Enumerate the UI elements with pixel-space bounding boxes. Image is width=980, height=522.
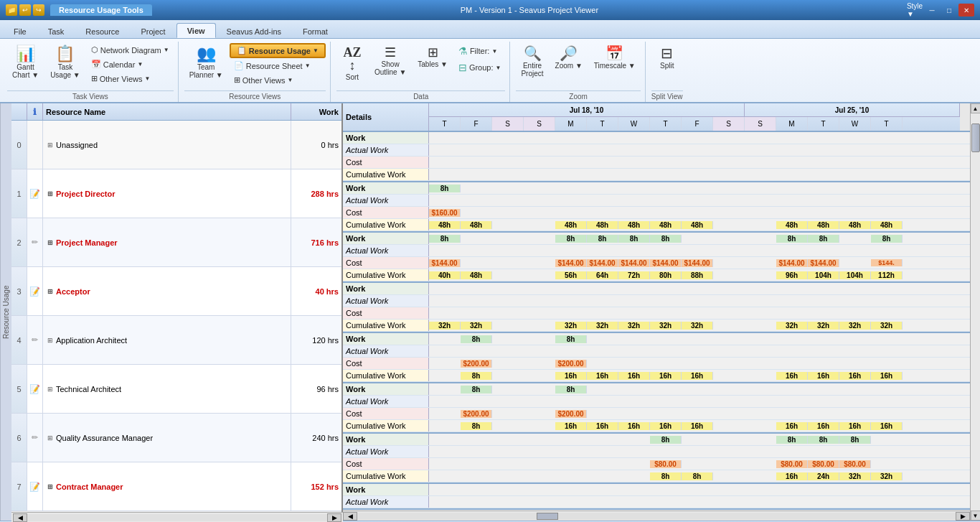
row-name-3[interactable]: ⊞ Acceptor: [43, 267, 291, 315]
gantt-chart-icon: 📊: [16, 46, 35, 62]
ribbon-group-task-views: 📊 GanttChart ▼ 📋 TaskUsage ▼ ⬡ Network D…: [3, 42, 179, 102]
tables-button[interactable]: ⊞ Tables ▼: [413, 43, 453, 71]
show-outline-icon: ☰: [385, 46, 396, 59]
row-work-4: 120 hrs: [291, 316, 341, 364]
tab-resource[interactable]: Resource: [75, 24, 130, 38]
row-name-2[interactable]: ⊞ Project Manager: [43, 218, 291, 266]
resource-views-label: Resource Views: [184, 90, 326, 102]
calendar-button[interactable]: 📅 Calendar ▼: [87, 57, 174, 71]
row-info-1: 📝: [27, 169, 43, 218]
resource-views-col: 📋 Resource Usage ▼ 📄 Resource Sheet ▼ ⊞ …: [230, 43, 326, 87]
detail-row-cost-1: Cost $160.00: [343, 207, 970, 219]
details-grid[interactable]: Work Actual Work Cost: [343, 132, 970, 511]
col-header-id: [11, 103, 27, 120]
detail-resource-5: Work 8h8h Actual Work Cost $200.00$200.0…: [343, 383, 970, 434]
task-views-label: Task Views: [7, 90, 174, 102]
resource-sheet-button[interactable]: 📄 Resource Sheet ▼: [230, 59, 326, 73]
scroll-down-arrow[interactable]: ▼: [971, 511, 981, 521]
tab-file[interactable]: File: [3, 24, 37, 38]
row-name-5[interactable]: ⊞ Technical Architect: [43, 365, 291, 413]
resource-usage-button[interactable]: 📋 Resource Usage ▼: [230, 43, 326, 58]
row-name-7[interactable]: ⊞ Contract Manager: [43, 462, 291, 511]
detail-row-work: Work: [343, 132, 970, 144]
scroll-right-button[interactable]: ▶: [327, 513, 341, 521]
tab-task[interactable]: Task: [37, 24, 75, 38]
details-pane: Details Jul 18, '10 Jul 25, '10 T F S S …: [343, 103, 970, 521]
tab-format[interactable]: Format: [292, 24, 339, 38]
detail-row-cumulative: Cumulative Work: [343, 169, 970, 181]
tab-seavus[interactable]: Seavus Add-ins: [216, 24, 292, 38]
entire-project-button[interactable]: 🔍 EntireProject: [516, 43, 548, 80]
row-id-3: 3: [11, 267, 27, 315]
scroll-left-button[interactable]: ◀: [13, 513, 27, 521]
entire-project-icon: 🔍: [524, 46, 542, 60]
day-header-t1: T: [429, 117, 461, 131]
details-h-scrollbar[interactable]: ◀ ▶: [343, 511, 970, 521]
vertical-scrollbar[interactable]: ▲ ▼: [970, 103, 980, 521]
row-info-7: 📝: [27, 462, 43, 511]
row-info-3: 📝: [27, 267, 43, 315]
ribbon-group-data: AZ↕ Sort ☰ ShowOutline ▼ ⊞ Tables ▼ ⚗ Fi…: [332, 42, 511, 102]
day-header-t5: T: [871, 117, 903, 131]
detail-label-cost: Cost: [343, 157, 429, 168]
timescale-button[interactable]: 📅 Timescale ▼: [589, 43, 641, 73]
sort-icon: AZ↕: [343, 46, 361, 72]
row-name-1[interactable]: ⊞ Project Director: [43, 169, 291, 218]
task-usage-button[interactable]: 📋 TaskUsage ▼: [45, 43, 85, 82]
day-header-t3: T: [650, 117, 682, 131]
table-row: 1 📝 ⊞ Project Director 288 hrs: [11, 169, 341, 218]
table-header: ℹ Resource Name Work: [11, 103, 341, 121]
other-views-task-button[interactable]: ⊞ Other Views ▼: [87, 72, 174, 85]
minimize-button[interactable]: ─: [924, 4, 940, 17]
day-header-s4: S: [745, 117, 776, 131]
sort-button[interactable]: AZ↕ Sort: [336, 43, 368, 84]
timescale-label: Timescale ▼: [594, 62, 636, 70]
table-row: 2 ✏ ⊞ Project Manager 716 hrs: [11, 218, 341, 267]
details-header-label: Details: [343, 103, 429, 131]
row-info-4: ✏: [27, 316, 43, 364]
zoom-button[interactable]: 🔎 Zoom ▼: [550, 43, 588, 73]
team-planner-label: TeamPlanner ▼: [189, 63, 223, 79]
ribbon-group-split-view: ⊟ Split Split View: [647, 42, 687, 102]
task-views-col: ⬡ Network Diagram ▼ 📅 Calendar ▼ ⊞ Other…: [87, 43, 174, 85]
maximize-button[interactable]: □: [941, 4, 957, 17]
col-header-info: ℹ: [27, 103, 43, 120]
day-header-m1: M: [555, 117, 587, 131]
close-button[interactable]: ✕: [958, 4, 974, 17]
row-work-0: 0 hrs: [291, 121, 341, 169]
resource-usage-tools-tab[interactable]: Resource Usage Tools: [50, 4, 152, 16]
detail-resource-3: Work Actual Work Cost: [343, 283, 970, 333]
row-id-1: 1: [11, 169, 27, 218]
row-id-7: 7: [11, 462, 27, 511]
scrollbar-placeholder: [960, 103, 970, 131]
detail-resource-6: Work 8h8h8h8h Actual Work Cost $80.00$80…: [343, 434, 970, 484]
split-button[interactable]: ⊟ Split: [651, 43, 683, 73]
details-scroll-left[interactable]: ◀: [343, 512, 357, 521]
scroll-thumb[interactable]: [971, 123, 980, 152]
data-col: ⚗ Filter: ▼ ⊟ Group: ▼: [454, 43, 506, 75]
team-planner-button[interactable]: 👥 TeamPlanner ▼: [184, 43, 228, 82]
tab-view[interactable]: View: [176, 23, 216, 38]
detail-label-work: Work: [343, 132, 429, 144]
other-views-resource-button[interactable]: ⊞ Other Views ▼: [230, 73, 326, 87]
row-name-0[interactable]: ⊞ Unassigned: [43, 121, 291, 169]
row-name-6[interactable]: ⊞ Quality Assurance Manager: [43, 414, 291, 462]
filter-button[interactable]: ⚗ Filter: ▼: [454, 43, 506, 59]
tables-label: Tables ▼: [418, 60, 448, 68]
day-header-f2: F: [682, 117, 713, 131]
details-scroll-right[interactable]: ▶: [956, 512, 970, 521]
zoom-icon: 🔎: [560, 46, 578, 60]
split-icon: ⊟: [661, 46, 673, 60]
table-row: 7 📝 ⊞ Contract Manager 152 hrs: [11, 462, 341, 511]
network-diagram-button[interactable]: ⬡ Network Diagram ▼: [87, 43, 174, 57]
row-name-4[interactable]: ⊞ Application Architect: [43, 316, 291, 364]
detail-row-actual-1: Actual Work: [343, 195, 970, 207]
entire-project-label: EntireProject: [521, 62, 543, 78]
tab-project[interactable]: Project: [130, 24, 176, 38]
show-outline-button[interactable]: ☰ ShowOutline ▼: [369, 43, 411, 79]
zoom-label: Zoom ▼: [555, 62, 583, 70]
day-header-w1: W: [618, 117, 650, 131]
gantt-chart-button[interactable]: 📊 GanttChart ▼: [7, 43, 44, 82]
group-button[interactable]: ⊟ Group: ▼: [454, 60, 506, 75]
scroll-up-arrow[interactable]: ▲: [971, 103, 981, 113]
